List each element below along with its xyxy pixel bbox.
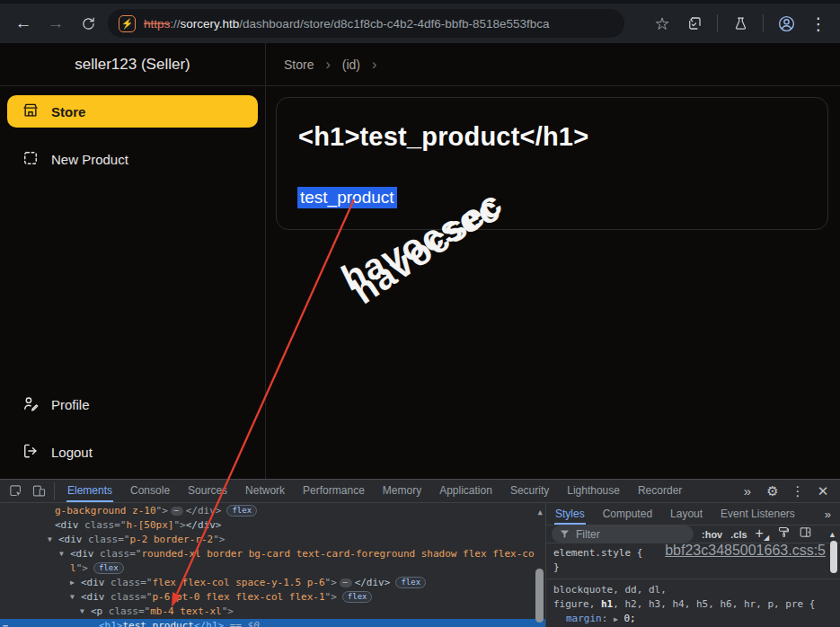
devtools-tab-performance[interactable]: Performance <box>294 480 374 502</box>
insecure-site-icon[interactable]: ⚡ <box>119 15 136 32</box>
devtools-tab-sources[interactable]: Sources <box>179 480 236 502</box>
collapsed-content-icon[interactable]: ⋯ <box>171 507 183 516</box>
code-token: flex flex-col space-y-1.5 p-6 <box>152 577 324 588</box>
devtools-tab-application[interactable]: Application <box>430 480 501 502</box>
sync-restore-icon[interactable] <box>680 9 709 38</box>
code-token: <div <box>70 548 94 560</box>
css-selector-line1[interactable]: blockquote, dd, dl, <box>553 583 820 597</box>
dom-tree-node[interactable]: ▼<div class="p-2 border-r-2"> <box>0 533 545 547</box>
collapsed-content-icon[interactable]: ⋯ <box>340 578 352 587</box>
dom-tree-node[interactable]: ▶<div class="flex flex-col space-y-1.5 p… <box>0 576 545 590</box>
devtools-tab-lighthouse[interactable]: Lighthouse <box>558 480 629 502</box>
css-selector-line2[interactable]: figure, h1, h2, h3, h4, h5, h6, hr, p, p… <box>553 597 820 612</box>
code-token: p-6 pt-0 flex flex-col flex-1 <box>152 591 324 603</box>
dom-scrollbar-thumb[interactable] <box>535 569 544 623</box>
sidebar-item-profile[interactable]: Profile <box>7 388 258 420</box>
code-token: <div <box>81 591 105 603</box>
devtools-menu-icon[interactable]: ⋮ <box>786 481 809 502</box>
css-declaration[interactable]: margin: ▶ 0; <box>553 612 820 627</box>
code-token: class= <box>105 591 146 603</box>
code-token: "> <box>325 577 337 588</box>
devtools-tab-network[interactable]: Network <box>236 480 294 502</box>
devtools-tab-elements[interactable]: Elements <box>58 480 121 502</box>
code-token: g-background z-10 <box>55 505 156 517</box>
devtools-tab-console[interactable]: Console <box>121 480 179 502</box>
breadcrumb-item[interactable]: (id) <box>342 57 360 72</box>
styles-more-tabs-icon[interactable]: » <box>825 508 840 521</box>
close-devtools-icon[interactable]: ✕ <box>811 481 835 502</box>
selector-token: figure, <box>553 598 601 610</box>
devtools-divider <box>54 482 55 500</box>
sidebar-position-icon[interactable] <box>799 525 812 543</box>
expand-arrow-icon[interactable]: ▼ <box>48 533 58 547</box>
dom-tree-node[interactable]: g-background z-10">⋯</div>flex <box>0 504 545 518</box>
sidebar-item-new-product[interactable]: New Product <box>7 143 258 175</box>
styles-tab-styles[interactable]: Styles <box>546 503 594 525</box>
address-bar[interactable]: ⚡ https://sorcery.htb/dashboard/store/d8… <box>108 9 624 38</box>
scroll-up-arrow-icon[interactable]: ▲ <box>538 505 543 519</box>
styles-tab-event-listeners[interactable]: Event Listeners <box>712 503 804 525</box>
settings-gear-icon[interactable]: ⚙ <box>761 481 784 502</box>
inspect-element-icon[interactable] <box>4 481 27 502</box>
devtools-actions: » ⚙ ⋮ ✕ <box>736 481 840 502</box>
dom-tree-node[interactable]: l">flex <box>0 561 545 576</box>
styles-tab-computed[interactable]: Computed <box>594 503 661 525</box>
code-token: test_product <box>123 620 194 627</box>
expand-arrow-icon[interactable]: ▼ <box>80 605 91 619</box>
code-token: </div> <box>355 577 391 588</box>
url-scheme: https <box>144 17 170 31</box>
dom-tree-node[interactable]: ▼<p class="mb-4 text-xl"> <box>0 605 545 619</box>
experiments-flask-icon[interactable] <box>726 9 755 38</box>
selected-product-text[interactable]: test_product <box>297 187 397 208</box>
toggle-hover-state-button[interactable]: :hov <box>702 529 722 540</box>
sidebar-footer: Profile Logout <box>0 388 265 479</box>
profile-avatar-icon[interactable] <box>772 9 800 38</box>
dom-tree-node[interactable]: <div class="h-[50px]"></div> <box>0 518 545 533</box>
devtools-tab-security[interactable]: Security <box>501 480 558 502</box>
filter-funnel-icon <box>560 529 570 539</box>
browser-toolbar: ← → ⚡ https://sorcery.htb/dashboard/stor… <box>0 0 840 43</box>
more-tabs-chevron-icon[interactable]: » <box>736 481 759 502</box>
expand-arrow-icon[interactable]: ▼ <box>70 590 81 605</box>
styles-scrollbar-thumb[interactable] <box>830 541 837 573</box>
dom-tree-node-selected[interactable]: ⋯<h1>test_product</h1> == $0 <box>0 619 545 627</box>
flex-adorner-badge[interactable]: flex <box>395 577 426 588</box>
dom-tree-node[interactable]: ▼<div class="p-6 pt-0 flex flex-col flex… <box>0 590 545 605</box>
css-source-link[interactable]: bbf23c3485001663.css:5 <box>665 543 826 559</box>
rendering-emulation-icon[interactable] <box>777 525 791 543</box>
styles-tab-layout[interactable]: Layout <box>661 503 712 525</box>
devtools-tabs: ElementsConsoleSourcesNetworkPerformance… <box>58 480 691 502</box>
url-path: /dashboard/store/d8c1f8cb-c4b2-4df6-bbfb… <box>239 17 549 31</box>
browser-menu-icon[interactable]: ⋮ <box>804 9 833 38</box>
code-token: l <box>70 562 76 574</box>
styles-filter-input[interactable]: Filter <box>552 525 694 543</box>
forward-icon[interactable]: → <box>40 9 72 38</box>
breadcrumb-item[interactable]: Store <box>284 57 314 72</box>
styles-scroll-up-icon[interactable]: ▲ <box>828 530 836 539</box>
sidebar-item-logout[interactable]: Logout <box>7 436 258 468</box>
toggle-classes-button[interactable]: .cls <box>730 529 747 540</box>
back-icon[interactable]: ← <box>7 9 40 38</box>
node-menu-dots-icon[interactable]: ⋯ <box>3 619 9 627</box>
flex-adorner-badge[interactable]: flex <box>93 562 124 574</box>
rule-divider <box>546 578 840 579</box>
devtools-tab-recorder[interactable]: Recorder <box>629 480 691 502</box>
sidebar-item-label: New Product <box>51 152 128 167</box>
styles-toolbar: Filter :hov .cls +◢ <box>546 525 840 543</box>
expand-arrow-icon[interactable]: ▶ <box>70 576 81 590</box>
sidebar-item-store[interactable]: Store <box>7 95 258 128</box>
new-style-rule-icon[interactable]: +◢ <box>756 526 770 542</box>
url-separator: :// <box>170 17 180 31</box>
flex-adorner-badge[interactable]: flex <box>342 591 373 603</box>
devtools-tabbar: ElementsConsoleSourcesNetworkPerformance… <box>0 480 840 503</box>
expand-arrow-icon[interactable]: ▼ <box>59 547 70 561</box>
expand-property-icon[interactable]: ▶ <box>614 615 618 623</box>
device-toolbar-icon[interactable] <box>27 481 50 502</box>
dom-tree-node[interactable]: ▼<div class="rounded-xl border bg-card t… <box>0 547 545 561</box>
bookmark-star-icon[interactable]: ☆ <box>648 9 676 38</box>
code-token: class= <box>105 577 146 588</box>
flex-adorner-badge[interactable]: flex <box>226 505 257 517</box>
reload-icon[interactable] <box>72 9 104 38</box>
devtools-tab-memory[interactable]: Memory <box>374 480 430 502</box>
code-token: </div> <box>186 519 222 531</box>
